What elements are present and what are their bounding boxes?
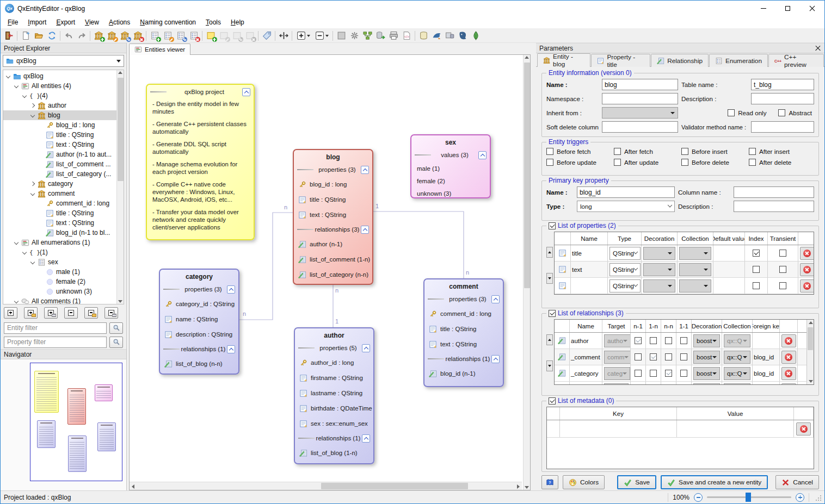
expander-icon[interactable]	[22, 93, 27, 98]
delete-row-button[interactable]	[781, 367, 796, 380]
note-box[interactable]: qxBlog project- Design the entity model …	[146, 84, 255, 240]
new-project-button[interactable]	[19, 30, 32, 42]
tab-c-preview[interactable]: C++C++ preview	[768, 54, 824, 67]
tree-item-list-of-comment[interactable]: list_of_comment ...	[3, 159, 116, 169]
n-n-checkbox[interactable]	[665, 337, 672, 344]
collapse-button[interactable]	[362, 344, 370, 352]
zoom-out-button[interactable]	[312, 30, 331, 42]
tree-item-sex[interactable]: sex	[3, 257, 116, 267]
entity-member[interactable]: list_of_category (n-n)	[294, 267, 372, 282]
pk-name-input[interactable]	[577, 186, 675, 198]
transient-checkbox[interactable]	[779, 282, 786, 289]
collapse-all-button[interactable]	[64, 307, 78, 319]
namespace-input[interactable]	[602, 93, 678, 104]
collapse-button[interactable]	[242, 88, 250, 96]
tree-item-female-2[interactable]: female (2)	[3, 277, 116, 287]
script-button[interactable]: </>	[400, 30, 413, 42]
type-select[interactable]: QString	[609, 263, 641, 276]
target-select[interactable]: comm	[604, 351, 631, 364]
cancel-button[interactable]: Cancel	[775, 475, 819, 489]
1-n-checkbox[interactable]	[650, 353, 657, 360]
tree-item-all-comments-1[interactable]: All comments (1)	[3, 296, 116, 304]
tab-property-title[interactable]: Property - title	[591, 54, 650, 67]
decoration-select[interactable]	[643, 279, 675, 293]
pk-description-input[interactable]	[734, 201, 814, 212]
collection-select[interactable]	[679, 279, 711, 293]
n-1-checkbox[interactable]	[635, 337, 642, 344]
entity-member[interactable]: male (1)	[411, 162, 490, 175]
expander-icon[interactable]	[14, 240, 19, 245]
copy-note-button[interactable]	[230, 30, 243, 42]
tab-entities-viewer[interactable]: Entities viewer	[129, 43, 190, 55]
entity-filter-search-button[interactable]	[109, 322, 123, 334]
entity-member[interactable]: unknown (3)	[411, 187, 490, 198]
add-note-button[interactable]	[204, 30, 217, 42]
delete-row-button[interactable]	[781, 334, 796, 347]
expander-icon[interactable]	[30, 113, 35, 118]
before-delete-checkbox[interactable]	[681, 159, 688, 166]
diagram-canvas[interactable]: nnn11n qxBlog project- Design the entity…	[129, 54, 531, 490]
collapse-enumerations-button[interactable]	[104, 307, 118, 319]
collapse-button[interactable]	[491, 295, 500, 303]
cpp-export-button[interactable]	[335, 30, 348, 42]
expander-icon[interactable]	[30, 191, 35, 196]
tree-item-4[interactable]: { }(4)	[3, 91, 116, 101]
default-value-cell[interactable]	[713, 262, 745, 277]
foreign-key-cell[interactable]	[753, 333, 780, 349]
1-n-checkbox[interactable]	[650, 337, 657, 344]
tree-item-all-entities-4[interactable]: All entities (4)	[3, 81, 116, 91]
exit-button[interactable]	[2, 30, 15, 42]
expander-icon[interactable]	[5, 73, 11, 79]
entity-member[interactable]: author (n-1)	[294, 237, 372, 252]
zoom-in-button[interactable]	[796, 493, 804, 502]
entity-member[interactable]: list_of_blog (1-n)	[295, 445, 373, 461]
list-of-relationships-checkbox[interactable]	[549, 310, 556, 317]
decoration-select[interactable]	[693, 383, 720, 385]
tree-item-blog[interactable]: blog	[3, 110, 116, 120]
transient-checkbox[interactable]	[779, 266, 786, 273]
before-insert-checkbox[interactable]	[681, 148, 688, 155]
property-name-cell[interactable]: title	[571, 245, 608, 261]
undo-button[interactable]	[62, 30, 75, 42]
colors-button[interactable]: Colors	[563, 475, 605, 489]
zoom-slider-handle[interactable]	[746, 493, 751, 502]
entity-member[interactable]: author_id : long	[295, 355, 373, 370]
entity-member[interactable]: name : QString	[160, 312, 238, 327]
entity-member[interactable]: list_of_blog (n-n)	[160, 356, 238, 371]
resize-grip[interactable]	[815, 494, 821, 501]
tree-scrollbar[interactable]	[116, 70, 124, 304]
collapse-button[interactable]	[491, 355, 500, 363]
entity-filter-input[interactable]	[4, 322, 107, 334]
tree-item-author[interactable]: author	[3, 101, 116, 110]
expander-icon[interactable]	[22, 250, 27, 255]
relationships-table-scrollbar[interactable]	[806, 320, 814, 384]
mysql-button[interactable]	[430, 30, 443, 42]
entity-member[interactable]: lastname : QString	[295, 385, 373, 401]
entity-member[interactable]: title : QString	[424, 321, 503, 337]
redo-button[interactable]	[75, 30, 88, 42]
relationship-name-cell[interactable]: author	[570, 333, 602, 349]
entity-member[interactable]: blog_id : long	[294, 177, 372, 192]
expander-icon[interactable]	[30, 181, 35, 186]
table-name-input[interactable]	[751, 79, 814, 90]
tree-item-title-qstring[interactable]: title : QString	[3, 208, 116, 218]
tree-item-text-qstring[interactable]: text : QString	[3, 140, 116, 150]
foreign-key-cell[interactable]: blog_id	[753, 365, 780, 381]
read-only-checkbox[interactable]	[728, 109, 735, 116]
edit-entity-button[interactable]	[105, 30, 118, 42]
print-button[interactable]	[387, 30, 400, 42]
zoom-in-button[interactable]	[294, 30, 312, 42]
after-delete-checkbox[interactable]	[749, 159, 756, 166]
close-button[interactable]	[800, 1, 824, 16]
default-value-cell[interactable]	[713, 245, 745, 261]
entity-member[interactable]: birthdate : QDateTime	[295, 401, 373, 416]
entity-member[interactable]: female (2)	[411, 175, 490, 187]
navigator-thumbnail[interactable]	[30, 363, 122, 481]
fit-width-button[interactable]	[277, 30, 290, 42]
collection-select[interactable]: qx::Q	[724, 351, 750, 364]
target-select[interactable]	[604, 383, 629, 385]
delete-note-button[interactable]	[243, 30, 256, 42]
index-checkbox[interactable]	[753, 282, 760, 289]
canvas-vscroll-thumb[interactable]	[524, 63, 530, 288]
menu-file[interactable]: File	[3, 17, 23, 28]
